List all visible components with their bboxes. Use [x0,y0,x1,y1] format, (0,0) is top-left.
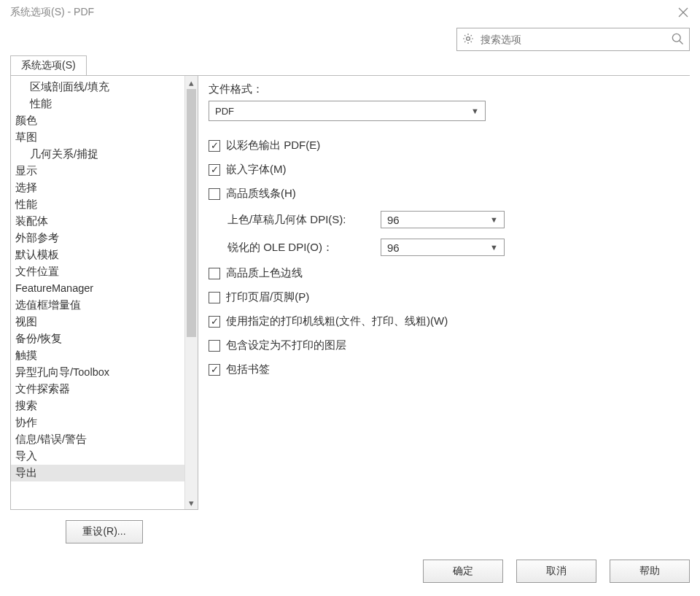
tree-item[interactable]: 外部参考 [11,230,198,247]
tree-item[interactable]: 导出 [11,465,198,481]
checkbox-icon [209,292,220,303]
scroll-thumb[interactable] [187,89,196,337]
tree-item[interactable]: 视图 [11,314,198,330]
search-input[interactable] [479,33,670,46]
row-draft-dpi: 上色/草稿几何体 DPI(S): 96 ▼ [228,211,684,228]
draft-dpi-select[interactable]: 96 ▼ [381,211,505,228]
options-dialog: 系统选项(S) - PDF 系统选项(S) 区域剖面线/填充性能颜色草图几何关系… [0,0,700,596]
tree-item[interactable]: FeatureManager [11,280,198,297]
tree-item[interactable]: 选值框增量值 [11,297,198,314]
category-tree: 区域剖面线/填充性能颜色草图几何关系/捕捉显示选择性能装配体外部参考默认模板文件… [10,75,198,510]
tree-item[interactable]: 搜索 [11,398,198,414]
titlebar: 系统选项(S) - PDF [0,0,700,23]
tree-item[interactable]: 信息/错误/警告 [11,431,198,448]
tree-item[interactable]: 显示 [11,163,198,179]
tab-system-options[interactable]: 系统选项(S) [10,55,87,76]
tree-item[interactable]: 区域剖面线/填充 [11,79,198,96]
checkbox-icon [209,364,220,376]
check-embed-fonts[interactable]: 嵌入字体(M) [209,163,684,177]
row-ole-dpi: 锐化的 OLE DPI(O)： 96 ▼ [228,239,684,256]
chevron-down-icon: ▼ [490,215,498,224]
check-print-header[interactable]: 打印页眉/页脚(P) [209,290,684,304]
chevron-down-icon: ▼ [471,107,479,115]
check-printer-linewidth[interactable]: 使用指定的打印机线粗(文件、打印、线粗)(W) [209,314,684,328]
help-button[interactable]: 帮助 [610,560,690,583]
reset-button[interactable]: 重设(R)... [66,520,142,543]
check-hq-lines[interactable]: 高品质线条(H) [209,187,684,201]
file-format-select[interactable]: PDF ▼ [209,101,486,121]
search-icon [670,31,685,48]
check-hq-shaded[interactable]: 高品质上色边线 [209,266,684,280]
search-box[interactable] [456,28,690,51]
ok-button[interactable]: 确定 [423,560,503,583]
tree-item[interactable]: 颜色 [11,112,198,129]
tree-item[interactable]: 触摸 [11,347,198,364]
tree-item[interactable]: 文件探索器 [11,381,198,398]
check-include-noprint[interactable]: 包含设定为不打印的图层 [209,338,684,352]
tree-item[interactable]: 性能 [11,96,198,112]
check-color-output[interactable]: 以彩色输出 PDF(E) [209,139,684,152]
tree-item[interactable]: 导入 [11,448,198,465]
tree-item[interactable]: 异型孔向导/Toolbox [11,364,198,381]
ole-dpi-select[interactable]: 96 ▼ [381,239,505,256]
settings-panel: 文件格式： PDF ▼ 以彩色输出 PDF(E) 嵌入字体(M) 高品质线条(H… [209,75,690,510]
tree-scrollbar[interactable]: ▴ ▾ [184,76,198,509]
checkbox-icon [209,140,220,152]
checkbox-icon [209,268,220,279]
tree-item[interactable]: 文件位置 [11,263,198,280]
tree-item[interactable]: 选择 [11,179,198,196]
checkbox-icon [209,164,220,176]
checkbox-icon [209,316,220,328]
check-bookmarks[interactable]: 包括书签 [209,363,684,376]
tree-item[interactable]: 草图 [11,129,198,146]
tree-item[interactable]: 备份/恢复 [11,330,198,347]
svg-line-4 [680,40,683,44]
scroll-down-icon[interactable]: ▾ [185,496,198,509]
svg-point-2 [467,36,470,40]
checkbox-icon [209,188,220,200]
tree-item[interactable]: 装配体 [11,213,198,230]
scroll-up-icon[interactable]: ▴ [185,76,198,89]
close-icon[interactable] [677,6,690,19]
tree-item[interactable]: 性能 [11,196,198,213]
tree-item[interactable]: 协作 [11,414,198,431]
chevron-down-icon: ▼ [490,243,498,252]
cancel-button[interactable]: 取消 [516,560,596,583]
window-title: 系统选项(S) - PDF [10,6,94,19]
tree-item[interactable]: 默认模板 [11,247,198,263]
tab-strip: 系统选项(S) [10,54,690,76]
dialog-footer: 确定 取消 帮助 [423,560,690,583]
tree-item[interactable]: 几何关系/捕捉 [11,146,198,163]
file-format-label: 文件格式： [209,82,684,96]
checkbox-icon [209,340,220,352]
gear-icon [462,32,475,47]
svg-point-3 [672,34,680,42]
file-format-value: PDF [215,106,234,117]
